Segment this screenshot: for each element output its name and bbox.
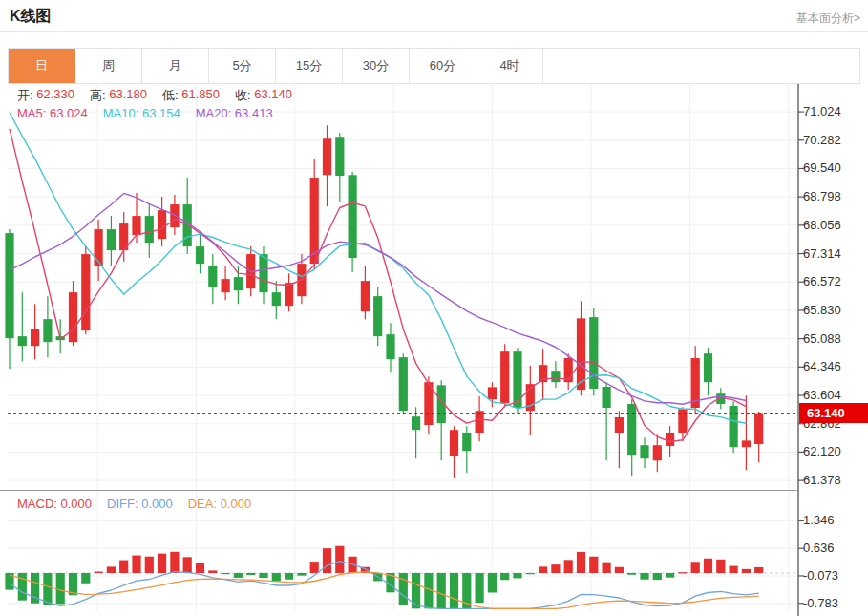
current-price-badge: 63.140 [799, 403, 868, 423]
ohlc-item: 开: 62.330 [17, 87, 74, 104]
macd-item: DEA: 0.000 [188, 497, 252, 511]
price-axis-label: 68.798 [803, 189, 841, 203]
price-axis-label: 63.604 [803, 388, 841, 402]
kline-page: K线图 基本面分析> 日周月5分15分30分60分4时 开: 62.330高: … [0, 0, 868, 616]
ohlc-item: 收: 63.140 [235, 87, 292, 104]
price-axis-label: 64.346 [803, 359, 841, 373]
price-axis-label: 68.056 [803, 218, 841, 232]
price-axis-label: 65.830 [803, 303, 841, 317]
macd-axis-label: -0.073 [803, 568, 838, 583]
price-axis-label: 69.540 [803, 160, 841, 175]
price-axis-label: 71.024 [803, 104, 841, 118]
macd-pane-divider [0, 490, 798, 491]
price-axis-label: 67.314 [803, 246, 841, 261]
macd-item: MACD: 0.000 [17, 497, 92, 511]
price-axis-label: 65.088 [803, 331, 841, 346]
price-axis-label: 66.572 [803, 274, 841, 288]
ohlc-item: 高: 63.180 [90, 87, 147, 104]
macd-axis-label: 1.346 [803, 513, 835, 527]
macd-axis-label: 0.636 [803, 541, 835, 555]
price-axis-label: 70.282 [803, 133, 841, 147]
ma-item: MA5: 63.024 [17, 106, 88, 120]
ma-legend: MA5: 63.024MA10: 63.154MA20: 63.413 [17, 106, 288, 120]
macd-legend: MACD: 0.000DIFF: 0.000DEA: 0.000 [17, 497, 266, 511]
price-axis-label: 62.120 [803, 444, 841, 458]
ohlc-item: 低: 61.850 [162, 87, 220, 104]
ma-item: MA20: 63.413 [196, 106, 273, 120]
price-axis-label: 61.378 [803, 473, 841, 487]
ohlc-legend: 开: 62.330高: 63.180低: 61.850收: 63.140 [17, 87, 307, 104]
ma-item: MA10: 63.154 [103, 106, 180, 120]
macd-axis-label: -0.783 [803, 596, 838, 610]
macd-item: DIFF: 0.000 [107, 497, 173, 511]
